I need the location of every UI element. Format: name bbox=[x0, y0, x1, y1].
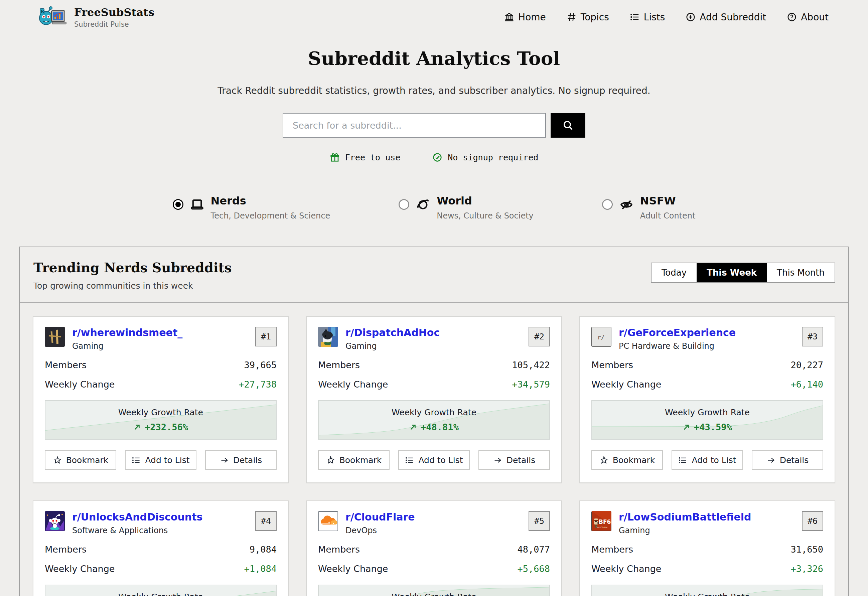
details-button[interactable]: Details bbox=[752, 450, 823, 470]
nav-item-label: Lists bbox=[644, 12, 665, 23]
card-header: BF6LOWSODIUM r/LowSodiumBattlefield Gami… bbox=[591, 511, 823, 535]
search-input[interactable] bbox=[283, 113, 546, 138]
subreddit-card: r/wherewindsmeet_ Gaming #1 Members 39,6… bbox=[33, 316, 289, 483]
nav-item-lists[interactable]: Lists bbox=[630, 12, 665, 23]
subreddit-link[interactable]: r/CloudFlare bbox=[345, 511, 521, 523]
bookmark-button[interactable]: Bookmark bbox=[591, 450, 663, 470]
weekly-change-label: Weekly Change bbox=[591, 564, 661, 574]
card-header: r/DispatchAdHoc Gaming #2 bbox=[318, 327, 550, 351]
subreddit-link[interactable]: r/wherewindsmeet_ bbox=[72, 327, 248, 338]
weekly-change-label: Weekly Change bbox=[591, 379, 661, 389]
time-filter-group: Today This Week This Month bbox=[651, 263, 835, 283]
subreddit-category: PC Hardware & Building bbox=[619, 341, 794, 351]
main-nav: Home Topics Lists Add Subreddit About bbox=[504, 12, 828, 23]
no-signup-badge: No signup required bbox=[433, 152, 538, 162]
subreddit-card: r/CloudFlare DevOps #5 Members 48,077 We… bbox=[306, 500, 562, 596]
badge-label: Free to use bbox=[345, 153, 401, 162]
add-to-list-button[interactable]: Add to List bbox=[125, 450, 196, 470]
star-icon bbox=[599, 456, 608, 465]
list-icon bbox=[131, 456, 141, 465]
trending-section: Trending Nerds Subreddits Top growing co… bbox=[19, 246, 849, 596]
rank-badge: #3 bbox=[802, 327, 823, 347]
brand[interactable]: R FreeSubStats Subreddit Pulse bbox=[37, 5, 154, 29]
radio-unselected-icon[interactable] bbox=[399, 199, 409, 210]
check-circle-icon bbox=[433, 152, 442, 162]
growth-box: Weekly Growth Rate +43.59% bbox=[591, 400, 823, 440]
growth-box: Weekly Growth Rate +13.37% bbox=[318, 585, 550, 596]
rank-badge: #1 bbox=[255, 327, 277, 347]
trend-up-icon bbox=[133, 423, 141, 431]
subreddit-link[interactable]: r/UnlocksAndDiscounts bbox=[72, 511, 248, 523]
growth-value: +48.81% bbox=[409, 422, 459, 432]
trending-header: Trending Nerds Subreddits Top growing co… bbox=[20, 247, 848, 303]
growth-box: Weekly Growth Rate +11.74% bbox=[591, 585, 823, 596]
card-header: r/CloudFlare DevOps #5 bbox=[318, 511, 550, 535]
nav-item-label: Add Subreddit bbox=[700, 12, 766, 23]
svg-text:R: R bbox=[41, 9, 44, 14]
gift-icon bbox=[330, 152, 340, 162]
page-subtitle: Track Reddit subreddit statistics, growt… bbox=[0, 85, 868, 96]
hash-icon bbox=[567, 12, 577, 22]
subreddit-link[interactable]: r/LowSodiumBattlefield bbox=[619, 511, 794, 523]
members-value: 48,077 bbox=[517, 544, 550, 555]
site-header: R FreeSubStats Subreddit Pulse Home Topi… bbox=[0, 0, 868, 32]
subreddit-avatar bbox=[318, 511, 338, 531]
magnifier-icon bbox=[562, 119, 574, 131]
hero-section: Subreddit Analytics Tool Track Reddit su… bbox=[0, 47, 868, 162]
category-option-nerds[interactable]: Nerds Tech, Development & Science bbox=[173, 195, 331, 220]
nav-item-home[interactable]: Home bbox=[504, 12, 546, 23]
weekly-change-row: Weekly Change +3,326 bbox=[591, 564, 823, 574]
add-to-list-button[interactable]: Add to List bbox=[672, 450, 743, 470]
search-button[interactable] bbox=[551, 113, 585, 138]
members-label: Members bbox=[318, 544, 360, 555]
card-actions: Bookmark Add to List Details bbox=[45, 450, 277, 470]
radio-unselected-icon[interactable] bbox=[602, 199, 613, 210]
members-label: Members bbox=[45, 360, 87, 370]
growth-label: Weekly Growth Rate bbox=[665, 407, 750, 417]
search-row bbox=[0, 113, 868, 138]
members-value: 9,084 bbox=[249, 544, 277, 555]
subreddit-link[interactable]: r/DispatchAdHoc bbox=[345, 327, 521, 338]
growth-value: +232.56% bbox=[133, 422, 188, 432]
star-icon bbox=[326, 456, 335, 465]
filter-today-button[interactable]: Today bbox=[651, 263, 697, 282]
mascot-robot-chart-icon: R bbox=[37, 5, 67, 29]
category-description: Tech, Development & Science bbox=[211, 211, 331, 220]
details-button[interactable]: Details bbox=[478, 450, 550, 470]
card-actions: Bookmark Add to List Details bbox=[591, 450, 823, 470]
rank-badge: #2 bbox=[528, 327, 550, 347]
laptop-icon bbox=[190, 198, 204, 212]
arrow-right-icon bbox=[493, 456, 502, 465]
radio-selected-icon[interactable] bbox=[173, 199, 183, 210]
bookmark-button[interactable]: Bookmark bbox=[45, 450, 116, 470]
growth-label: Weekly Growth Rate bbox=[391, 407, 477, 417]
trend-up-icon bbox=[409, 423, 416, 431]
nav-item-topics[interactable]: Topics bbox=[567, 12, 609, 23]
arrow-right-icon bbox=[220, 456, 229, 465]
nav-item-add-subreddit[interactable]: Add Subreddit bbox=[686, 12, 766, 23]
members-row: Members 48,077 bbox=[318, 544, 550, 555]
category-option-nsfw[interactable]: NSFW Adult Content bbox=[602, 195, 695, 220]
free-badge: Free to use bbox=[330, 152, 401, 162]
filter-this-month-button[interactable]: This Month bbox=[767, 263, 835, 282]
weekly-change-label: Weekly Change bbox=[45, 379, 115, 389]
members-label: Members bbox=[591, 360, 633, 370]
filter-this-week-button[interactable]: This Week bbox=[697, 263, 767, 282]
nav-item-about[interactable]: About bbox=[787, 12, 828, 23]
rank-badge: #5 bbox=[528, 511, 550, 531]
bookmark-button[interactable]: Bookmark bbox=[318, 450, 390, 470]
category-label: NSFW bbox=[640, 195, 695, 207]
subreddit-link[interactable]: r/GeForceExperience bbox=[619, 327, 794, 338]
weekly-change-value: +34,579 bbox=[512, 379, 550, 389]
nav-item-label: Topics bbox=[581, 12, 609, 23]
svg-text:LOWSODIUM: LOWSODIUM bbox=[595, 526, 607, 528]
category-option-world[interactable]: World News, Culture & Society bbox=[399, 195, 534, 220]
help-circle-icon bbox=[787, 12, 797, 22]
growth-value: +43.59% bbox=[683, 422, 732, 432]
add-to-list-button[interactable]: Add to List bbox=[398, 450, 470, 470]
details-button[interactable]: Details bbox=[205, 450, 277, 470]
svg-text:BF6: BF6 bbox=[599, 518, 611, 525]
members-label: Members bbox=[318, 360, 360, 370]
growth-box: Weekly Growth Rate +13.55% bbox=[45, 585, 277, 596]
weekly-change-label: Weekly Change bbox=[45, 564, 115, 574]
